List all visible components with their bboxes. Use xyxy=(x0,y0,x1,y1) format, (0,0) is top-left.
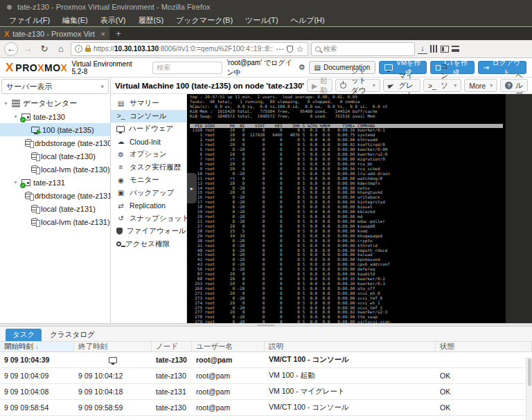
page-actions-icon[interactable]: ⋯ xyxy=(276,44,284,54)
cell-user: root@pam xyxy=(192,400,265,415)
cell-description: VM/CT 100 - コンソール xyxy=(265,416,436,420)
cell-user: root@pam xyxy=(192,384,265,399)
tree-item[interactable]: ▾データセンター xyxy=(0,97,110,110)
menubar-item[interactable]: 編集(E) xyxy=(56,14,94,26)
help-icon: ? xyxy=(505,82,513,89)
table-row[interactable]: 9 09 09:57:169 09 09:58:41tate-z130root@… xyxy=(0,416,532,420)
toolbar-button-More[interactable]: More▾ xyxy=(464,79,497,92)
home-button[interactable]: ⌂ xyxy=(54,42,68,56)
vm-menu-item-eye[interactable]: ◉モニター xyxy=(111,174,186,187)
tree-item[interactable]: local-lvm (tate-z130) xyxy=(0,163,110,176)
db-icon xyxy=(25,192,32,199)
tree-item[interactable]: local (tate-z130) xyxy=(0,149,110,163)
vm-menu-item-permissions[interactable]: アクセス権限 xyxy=(111,238,186,251)
toolbar-button-コンソール[interactable]: >_コンソール▾ xyxy=(423,79,461,92)
create-ct-button[interactable]: CTを作成 xyxy=(430,61,475,74)
toolbar-button-label: More xyxy=(469,82,486,90)
console-icon: >_ xyxy=(116,112,125,120)
user-settings-gear-icon[interactable]: ⚙ xyxy=(299,63,305,72)
tree-expander-icon[interactable]: ▾ xyxy=(3,100,9,107)
table-row[interactable]: 9 09 09:58:549 09 09:58:59tate-z130root@… xyxy=(0,400,532,416)
menubar-item[interactable]: ブックマーク(B) xyxy=(170,14,239,26)
toolbar-button-シャットダウン[interactable]: シャットダウン▾ xyxy=(335,79,380,92)
tree-expander-icon[interactable]: ▾ xyxy=(12,113,19,120)
tree-expander-icon[interactable]: ▾ xyxy=(12,179,19,185)
db-icon xyxy=(31,218,38,226)
tree-item[interactable]: drbdstorage (tate-z130) xyxy=(0,136,110,149)
task-table: 開始時刻↓終了時刻ノードユーザー名説明状態 9 09 10:04:39tate-… xyxy=(0,342,532,420)
task-tab-タスク[interactable]: タスク xyxy=(6,329,42,341)
vm-menu-item-cloud[interactable]: ☁Cloud-Init xyxy=(111,136,186,149)
menubar-item[interactable]: ファイル(F) xyxy=(3,14,56,26)
dc-icon xyxy=(12,100,20,107)
tree-item[interactable]: local-lvm (tate-z131) xyxy=(0,215,110,228)
vm-menu-item-hardware[interactable]: ハードウェア xyxy=(111,122,186,136)
vnc-control-handle[interactable]: ► xyxy=(187,173,197,203)
tree-item[interactable]: ▾tate-z130 xyxy=(0,110,110,123)
toolbar-button-起動[interactable]: ▶起動 xyxy=(307,79,332,92)
chevron-down-icon: ▾ xyxy=(100,83,104,90)
firefox-navbar: ← → ↻ ⌂ i https://10.30.103.130:8006/#v1… xyxy=(0,40,532,58)
vm-menu: ▤サマリー>_コンソールハードウェア☁Cloud-Init⚙オプション≡タスク実… xyxy=(111,94,187,323)
console-area[interactable]: top - 20:57:51 up 11 min, 2 users, load … xyxy=(187,94,532,323)
tree-item[interactable]: 100 (tate-z135) xyxy=(0,123,110,136)
column-header[interactable]: 説明 xyxy=(265,342,436,351)
table-row[interactable]: 9 09 10:04:089 09 10:04:18tate-z131root@… xyxy=(0,384,532,400)
cell-user: root@pam xyxy=(192,416,265,420)
library-icon[interactable] xyxy=(430,45,438,53)
downloads-icon[interactable]: ↓ xyxy=(418,44,427,54)
search-bar[interactable]: 検索 xyxy=(311,42,415,56)
new-tab-button[interactable]: + xyxy=(109,27,127,40)
tree-item[interactable]: drbdstorage (tate-z131) xyxy=(0,189,110,202)
cell-status: OK xyxy=(436,400,532,415)
table-row[interactable]: 9 09 10:04:099 09 10:04:12tate-z130root@… xyxy=(0,368,532,384)
browser-tab[interactable]: X tate-z130 - Proxmox Virt × xyxy=(0,27,109,40)
vm-menu-item-summary[interactable]: ▤サマリー xyxy=(111,97,186,110)
menubar-item[interactable]: ツール(T) xyxy=(239,14,285,26)
eye-icon: ◉ xyxy=(116,176,125,184)
vm-menu-item-snapshot[interactable]: ↺スナップショット xyxy=(111,212,186,226)
padlock-warning-icon[interactable] xyxy=(85,48,91,52)
view-selector[interactable]: サーバー表示 ▾ xyxy=(1,79,109,94)
table-row[interactable]: 9 09 10:04:39tate-z130root@pamVM/CT 100 … xyxy=(0,352,532,368)
url-bar[interactable]: i https://10.30.103.130:8006/#v1:0:=qemu… xyxy=(71,42,308,56)
toolbar-button-マイグレート[interactable]: マイグレート xyxy=(383,79,420,92)
sidebar-toggle-icon[interactable] xyxy=(441,46,449,53)
bookmark-star-icon[interactable]: ☆ xyxy=(296,44,304,54)
cell-description: VM 100 - 起動 xyxy=(265,368,436,383)
vm-menu-item-console[interactable]: >_コンソール xyxy=(111,110,186,123)
forward-button[interactable]: → xyxy=(21,42,35,56)
menubar-item[interactable]: ヘルプ(H) xyxy=(285,14,331,26)
window-icon xyxy=(7,5,12,10)
menubar-item[interactable]: 表示(V) xyxy=(94,14,132,26)
vm-icon xyxy=(31,127,39,133)
reload-button[interactable]: ↻ xyxy=(37,42,51,56)
back-button[interactable]: ← xyxy=(4,42,18,56)
vnc-terminal[interactable]: top - 20:57:51 up 11 min, 2 users, load … xyxy=(187,94,506,323)
task-tab-クラスタログ[interactable]: クラスタログ xyxy=(43,329,101,341)
column-header[interactable]: 開始時刻↓ xyxy=(0,342,74,351)
proxmox-header: X PROXMOX Virtual Environment 5.2-8 検索 '… xyxy=(0,58,532,77)
column-header[interactable]: ノード xyxy=(152,342,192,351)
vm-menu-item-backup[interactable]: ▣バックアップ xyxy=(111,187,186,200)
vertical-scrollbar[interactable] xyxy=(526,357,532,420)
tree-item-label: local (tate-z131) xyxy=(41,205,96,213)
pve-search-input[interactable]: 検索 xyxy=(152,62,222,74)
task-list-icon: ≡ xyxy=(116,163,125,171)
tree-item[interactable]: local (tate-z131) xyxy=(0,202,110,215)
column-header[interactable]: ユーザー名 xyxy=(192,342,265,351)
vm-menu-item-replication[interactable]: ⇄Replication xyxy=(111,199,186,212)
site-info-icon[interactable]: i xyxy=(75,45,82,53)
cell-status: OK xyxy=(436,368,532,383)
menu-hamburger-icon[interactable] xyxy=(452,46,459,52)
tab-close-icon[interactable]: × xyxy=(101,30,105,38)
column-header[interactable]: 終了時刻 xyxy=(74,342,152,351)
tracking-protection-icon[interactable] xyxy=(287,46,293,53)
vm-menu-item-firewall[interactable]: ファイアウォール▸ xyxy=(111,225,186,238)
vm-menu-item-gear[interactable]: ⚙オプション xyxy=(111,148,186,161)
toolbar-button-ヘルプ[interactable]: ?ヘルプ xyxy=(500,79,528,92)
menubar-item[interactable]: 履歴(S) xyxy=(132,14,170,26)
column-header[interactable]: 状態 xyxy=(436,342,532,351)
tree-item[interactable]: ▾tate-z131 xyxy=(0,176,110,189)
vm-menu-item-task-list[interactable]: ≡タスク実行履歴 xyxy=(111,161,186,174)
